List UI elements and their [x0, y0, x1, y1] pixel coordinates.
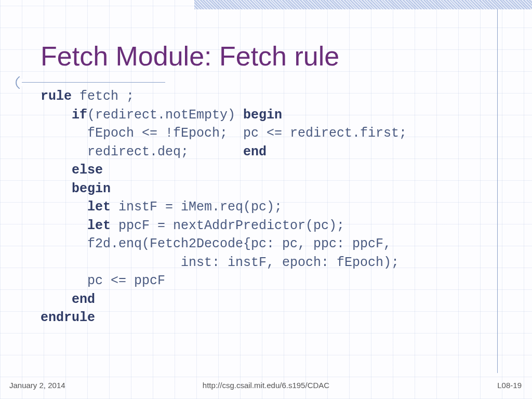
footer: January 2, 2014 http://csg.csail.mit.edu…	[0, 377, 532, 390]
code-block: rule fetch ; if(redirect.notEmpty) begin…	[41, 87, 501, 327]
code-line: endrule	[41, 310, 95, 325]
keyword-end: end	[72, 292, 95, 307]
code-line: fEpoch <= !fEpoch; pc <= redirect.first;	[41, 126, 407, 141]
code-line: begin	[41, 181, 111, 196]
keyword-let: let	[87, 200, 111, 215]
top-decoration-bar	[194, 0, 532, 9]
code-line: rule fetch ;	[41, 89, 134, 104]
keyword-begin: begin	[243, 108, 282, 123]
keyword-rule: rule	[41, 89, 72, 104]
code-line: let instF = iMem.req(pc);	[41, 200, 282, 215]
title-underline	[15, 78, 165, 87]
footer-url: http://csg.csail.mit.edu/6.s195/CDAC	[0, 381, 532, 390]
keyword-if: if	[72, 108, 87, 123]
code-line: end	[41, 292, 95, 307]
code-line: if(redirect.notEmpty) begin	[41, 108, 282, 123]
code-line: redirect.deq; end	[41, 144, 267, 159]
keyword-endrule: endrule	[41, 310, 95, 325]
code-line: pc <= ppcF	[41, 273, 165, 288]
code-line: else	[41, 163, 103, 178]
underline-line	[22, 82, 165, 83]
slide: Fetch Module: Fetch rule rule fetch ; if…	[0, 0, 532, 399]
code-line: inst: instF, epoch: fEpoch);	[41, 255, 399, 270]
code-line: let ppcF = nextAddrPredictor(pc);	[41, 218, 344, 233]
slide-title: Fetch Module: Fetch rule	[41, 41, 339, 72]
footer-page: L08-19	[497, 381, 522, 390]
keyword-begin: begin	[72, 181, 111, 196]
code-line: f2d.enq(Fetch2Decode{pc: pc, ppc: ppcF,	[41, 236, 391, 251]
keyword-else: else	[72, 163, 103, 178]
keyword-end: end	[243, 144, 267, 159]
keyword-let: let	[87, 218, 111, 233]
underline-bullet-icon	[12, 76, 25, 89]
